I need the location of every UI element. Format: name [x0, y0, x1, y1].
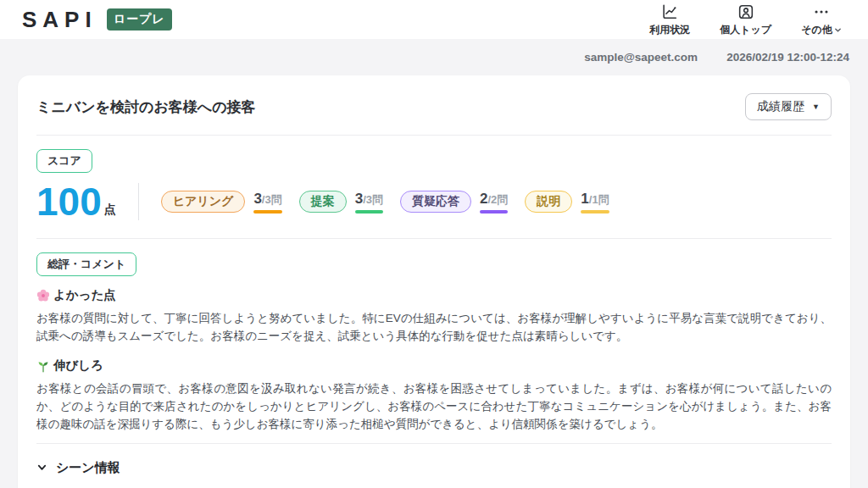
category-score: 1 /1問 — [581, 191, 609, 214]
chart-line-icon — [660, 3, 679, 21]
category-fraction: 2 /2問 — [480, 191, 508, 208]
card-title-row: ミニバンを検討のお客様への接客 成績履歴 ▼ — [36, 93, 832, 120]
category-correct-count: 3 — [253, 191, 261, 208]
vertical-divider — [138, 183, 139, 220]
person-card-icon — [737, 3, 755, 21]
session-datetime: 2026/02/19 12:00-12:24 — [726, 51, 849, 64]
nav-item-more[interactable]: その他 — [797, 3, 846, 37]
app-logo-text: SAPI — [22, 7, 97, 33]
good-points-body: お客様の質問に対して、丁寧に回答しようと努めていました。特にEVの仕組みについて… — [36, 309, 832, 345]
divider — [36, 443, 832, 444]
growth-points-heading-text: 伸びしろ — [53, 358, 103, 374]
seedling-icon — [36, 359, 50, 373]
category-correct-count: 2 — [480, 191, 487, 208]
total-score-unit: 点 — [104, 202, 116, 218]
category-item: 説明 1 /1問 — [525, 191, 609, 214]
category-underline-bar — [581, 210, 609, 214]
nav-label-others-wrap: 個人トップ — [720, 23, 771, 37]
category-pill: 質疑応答 — [400, 191, 471, 213]
chevron-down-icon — [36, 461, 47, 475]
scene-info-toggle[interactable]: シーン情報 — [36, 460, 120, 476]
category-correct-count: 3 — [355, 191, 363, 208]
caret-down-icon: ▼ — [812, 103, 820, 111]
category-underline-bar — [253, 210, 281, 214]
top-nav: 利用状況 個人トップ その他 — [645, 3, 846, 37]
category-total-count: /1問 — [589, 192, 609, 208]
nav-label-more: その他 — [801, 23, 832, 37]
category-fraction: 3 /3問 — [253, 191, 281, 208]
nav-item-usage[interactable]: 利用状況 — [645, 3, 694, 37]
app-logo[interactable]: SAPI ロープレ — [22, 7, 172, 33]
nav-item-personal-top[interactable]: 個人トップ — [720, 3, 771, 37]
total-score: 100 点 — [36, 182, 116, 221]
user-email: sample@sapeet.com — [584, 51, 698, 64]
history-dropdown-button[interactable]: 成績履歴 ▼ — [745, 93, 832, 120]
category-correct-count: 1 — [581, 191, 588, 208]
category-item: 質疑応答 2 /2問 — [400, 191, 508, 214]
chevron-down-icon — [834, 26, 842, 34]
category-pill: 説明 — [525, 191, 572, 213]
growth-points-body: お客様との会話の冒頭で、お客様の意図を汲み取れない発言が続き、お客様を困惑させて… — [36, 380, 832, 433]
score-section-badge: スコア — [36, 149, 92, 173]
session-meta-row: sample@sapeet.com 2026/02/19 12:00-12:24 — [0, 39, 868, 75]
category-pill: ヒアリング — [161, 191, 246, 213]
category-total-count: /3問 — [363, 192, 383, 208]
category-score: 3 /3問 — [253, 191, 281, 214]
category-total-count: /3問 — [262, 192, 282, 208]
scene-info-heading: シーン情報 — [56, 460, 120, 476]
divider — [36, 135, 832, 136]
good-points-heading: よかった点 — [36, 287, 832, 303]
ellipsis-icon — [812, 3, 831, 21]
category-underline-bar — [355, 210, 383, 214]
comment-section-badge: 総評・コメント — [36, 252, 136, 276]
category-underline-bar — [480, 210, 508, 214]
category-item: ヒアリング 3 /3問 — [161, 191, 282, 214]
top-header: SAPI ロープレ 利用状況 個人トップ — [0, 0, 868, 39]
result-card: ミニバンを検討のお客様への接客 成績履歴 ▼ スコア 100 点 ヒアリング 3… — [18, 75, 850, 488]
category-score: 3 /3問 — [355, 191, 383, 214]
cherry-blossom-icon — [36, 289, 50, 302]
total-score-value: 100 — [36, 182, 102, 221]
category-item: 提案 3 /3問 — [299, 191, 383, 214]
divider — [36, 238, 832, 239]
score-row: 100 点 ヒアリング 3 /3問 提案 3 /3問 質疑応答 2 — [36, 182, 832, 221]
good-points-heading-text: よかった点 — [53, 287, 116, 303]
category-fraction: 3 /3問 — [355, 191, 383, 208]
growth-points-heading: 伸びしろ — [36, 358, 832, 374]
category-pill: 提案 — [299, 191, 347, 213]
app-logo-badge: ロープレ — [107, 8, 172, 30]
history-dropdown-label: 成績履歴 — [757, 99, 804, 114]
category-list: ヒアリング 3 /3問 提案 3 /3問 質疑応答 2 /2問 — [161, 191, 609, 214]
nav-label-usage: 利用状況 — [649, 23, 690, 37]
category-fraction: 1 /1問 — [581, 191, 609, 208]
page-title: ミニバンを検討のお客様への接客 — [36, 97, 256, 117]
category-total-count: /2問 — [487, 192, 508, 208]
nav-label-personal-top: 個人トップ — [720, 23, 771, 37]
category-score: 2 /2問 — [480, 191, 508, 214]
